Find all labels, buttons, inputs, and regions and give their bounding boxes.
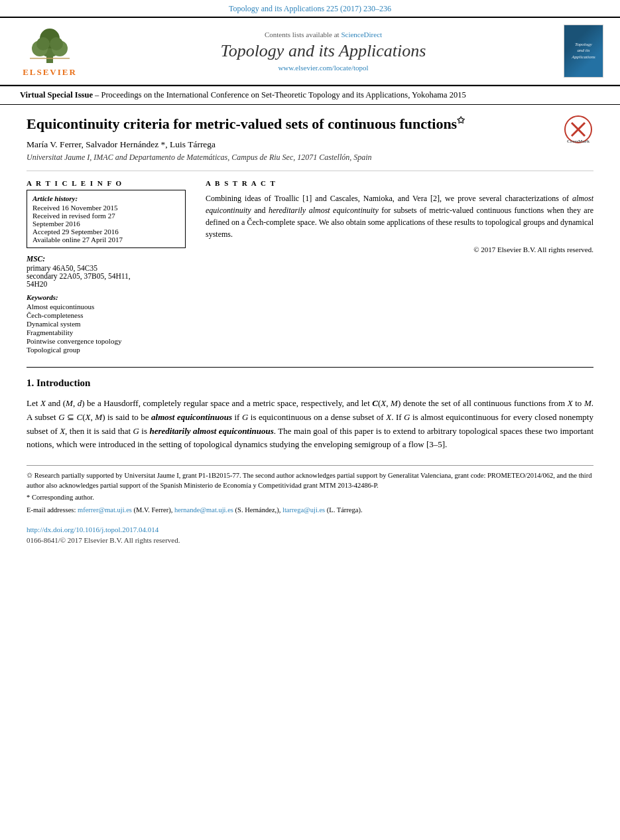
msc-secondary: secondary 22A05, 37B05, 54H11, (27, 272, 186, 280)
corresponding-footnote: * Corresponding author. (27, 493, 593, 503)
special-issue-text: – Proceedings on the International Confe… (95, 90, 466, 100)
history-accepted: Accepted 29 September 2016 (32, 228, 180, 236)
article-title: Equicontinuity criteria for metric-value… (27, 115, 593, 134)
svg-point-6 (50, 37, 63, 50)
keyword-1: Almost equicontinuous (27, 303, 186, 311)
elsevier-tree-icon (20, 25, 80, 65)
affiliation: Universitat Jaume I, IMAC and Departamen… (27, 153, 593, 163)
keyword-4: Fragmentability (27, 328, 186, 336)
journal-banner: ELSEVIER Contents lists available at Sci… (0, 17, 620, 85)
journal-thumbnail: Topologyand itsApplications (564, 25, 603, 78)
science-direct-link[interactable]: ScienceDirect (341, 31, 382, 38)
email-link-2[interactable]: hernande@mat.uji.es (174, 506, 233, 514)
keyword-6: Topological group (27, 346, 186, 354)
science-direct-line: Contents lists available at ScienceDirec… (99, 31, 547, 38)
section-divider (27, 367, 593, 368)
msc-section: MSC: primary 46A50, 54C35 secondary 22A0… (27, 255, 186, 288)
special-issue-label: Virtual Special Issue (20, 90, 93, 100)
journal-url: www.elsevier.com/locate/topol (99, 64, 547, 72)
history-revised-2: September 2016 (32, 220, 180, 228)
svg-text:CrossMark: CrossMark (567, 139, 589, 144)
email-footnote: E-mail addresses: mferrer@mat.uji.es (M.… (27, 506, 593, 516)
main-content: Equicontinuity criteria for metric-value… (0, 105, 620, 557)
history-received: Received 16 November 2015 (32, 204, 180, 212)
star-footnote: ✩ Research partially supported by Univer… (27, 471, 593, 490)
history-online: Available online 27 April 2017 (32, 236, 180, 244)
footnotes-section: ✩ Research partially supported by Univer… (27, 465, 593, 516)
keyword-5: Pointwise convergence topology (27, 337, 186, 345)
journal-reference: Topology and its Applications 225 (2017)… (0, 0, 620, 17)
msc-title: MSC: (27, 255, 186, 263)
abstract-column: A B S T R A C T Combining ideas of Troal… (206, 179, 593, 354)
elsevier-logo-area: ELSEVIER (13, 25, 86, 78)
intro-paragraph: Let X and (M, d) be a Hausdorff, complet… (27, 397, 593, 452)
authors: María V. Ferrer, Salvador Hernández *, L… (27, 139, 593, 150)
abstract-title: A B S T R A C T (206, 179, 593, 187)
copyright-line: © 2017 Elsevier B.V. All rights reserved… (206, 245, 593, 253)
keywords-title: Keywords: (27, 293, 186, 301)
journal-thumbnail-area: Topologyand itsApplications (560, 25, 607, 78)
keyword-3: Dynamical system (27, 320, 186, 328)
msc-primary: primary 46A50, 54C35 (27, 264, 186, 272)
crossmark-icon: CrossMark (564, 115, 593, 145)
doi-section: http://dx.doi.org/10.1016/j.topol.2017.0… (27, 525, 593, 533)
two-column-section: A R T I C L E I N F O Article history: R… (27, 179, 593, 354)
article-info-column: A R T I C L E I N F O Article history: R… (27, 179, 186, 354)
keyword-2: Čech-completeness (27, 311, 186, 319)
journal-title-area: Contents lists available at ScienceDirec… (99, 25, 547, 78)
email-link-1[interactable]: mferrer@mat.uji.es (78, 506, 132, 514)
history-revised: Received in revised form 27 (32, 212, 180, 220)
elsevier-wordmark: ELSEVIER (23, 67, 77, 78)
article-info-title: A R T I C L E I N F O (27, 179, 186, 187)
copyright-footer: 0166-8641/© 2017 Elsevier B.V. All right… (27, 536, 593, 544)
article-history-box: Article history: Received 16 November 20… (27, 190, 186, 248)
abstract-text: Combining ideas of Troallic [1] and Casc… (206, 192, 593, 240)
intro-heading: 1. Introduction (27, 378, 593, 389)
journal-title: Topology and its Applications (99, 41, 547, 61)
article-history-title: Article history: (32, 194, 180, 202)
divider-1 (27, 171, 593, 171)
svg-point-5 (36, 37, 50, 50)
special-issue-bar: Virtual Special Issue – Proceedings on t… (0, 85, 620, 105)
journal-thumb-text: Topologyand itsApplications (572, 42, 595, 60)
keywords-section: Keywords: Almost equicontinuous Čech-com… (27, 293, 186, 354)
email-link-3[interactable]: ltarrega@uji.es (282, 506, 325, 514)
msc-secondary-2: 54H20 (27, 280, 186, 288)
doi-link[interactable]: http://dx.doi.org/10.1016/j.topol.2017.0… (27, 525, 158, 533)
elsevier-logo: ELSEVIER (20, 25, 80, 78)
